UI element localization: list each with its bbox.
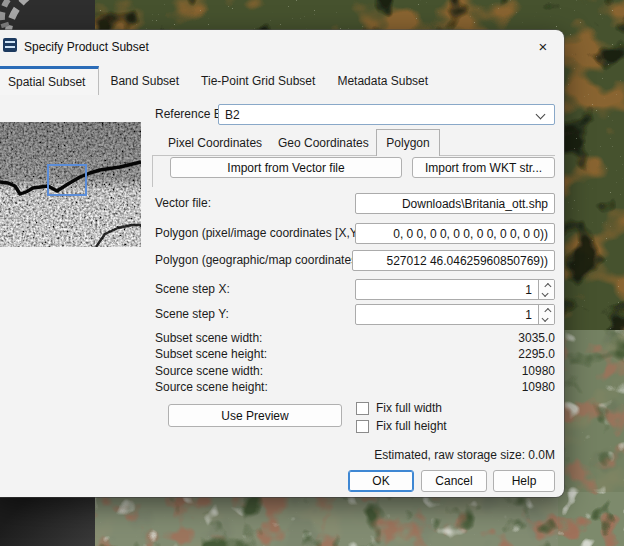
reference-band-select[interactable]: B2 xyxy=(218,104,555,125)
tab-band-subset-label: Band Subset xyxy=(110,74,179,88)
use-preview-button[interactable]: Use Preview xyxy=(168,404,342,427)
close-icon[interactable]: × xyxy=(532,36,554,56)
subset-scene-height-label: Subset scene height: xyxy=(155,346,267,362)
spinner-up-icon[interactable] xyxy=(544,282,551,289)
polygon-geo-value: 527012 46.04625960850769)) xyxy=(387,254,548,268)
ok-label: OK xyxy=(372,474,389,488)
fix-full-width-checkbox[interactable] xyxy=(356,402,369,415)
scene-step-y-input[interactable]: 1 xyxy=(355,304,555,325)
dialog-title: Specify Product Subset xyxy=(24,40,149,54)
scene-step-x-label: Scene step X: xyxy=(155,279,230,300)
tab-pixel-coordinates-label: Pixel Coordinates xyxy=(168,136,262,150)
subset-scene-width-value: 3035.0 xyxy=(518,330,555,346)
subset-scene-width-label: Subset scene width: xyxy=(155,330,262,346)
chevron-down-icon xyxy=(536,110,546,120)
snap-logo-icon xyxy=(3,38,17,52)
polygon-geo-input[interactable]: 527012 46.04625960850769)) xyxy=(352,250,555,271)
fix-full-height-label: Fix full height xyxy=(376,419,447,434)
fix-full-width-label: Fix full width xyxy=(376,401,442,416)
help-button[interactable]: Help xyxy=(493,470,555,492)
spatial-preview-thumbnail[interactable] xyxy=(0,122,141,247)
spinner-down-icon[interactable] xyxy=(542,289,549,296)
vector-file-value: Downloads\Britania_ott.shp xyxy=(402,197,548,211)
tab-panel-border xyxy=(152,155,555,156)
tab-spatial-subset[interactable]: Spatial Subset xyxy=(0,66,99,95)
scene-step-x-value: 1 xyxy=(525,283,532,297)
import-from-vector-file-button[interactable]: Import from Vector file xyxy=(170,157,402,178)
tab-geo-coordinates[interactable]: Geo Coordinates xyxy=(278,131,369,156)
use-preview-label: Use Preview xyxy=(221,409,288,423)
fix-full-height-checkbox[interactable] xyxy=(356,420,369,433)
screen: Specify Product Subset × Spatial Subset … xyxy=(0,0,624,546)
spinner-down-icon[interactable] xyxy=(542,314,549,321)
spinner-up-icon[interactable] xyxy=(544,307,551,314)
scene-step-x-spinner[interactable] xyxy=(538,280,554,299)
tab-spatial-subset-label: Spatial Subset xyxy=(8,75,85,89)
import-vector-label: Import from Vector file xyxy=(227,161,344,175)
vector-file-input[interactable]: Downloads\Britania_ott.shp xyxy=(355,193,555,214)
app-side-panel-top xyxy=(0,0,95,30)
source-scene-width-label: Source scene width: xyxy=(155,363,263,379)
dashed-arc-graphic xyxy=(0,0,95,30)
vector-file-label: Vector file: xyxy=(155,193,211,214)
tab-geo-coordinates-label: Geo Coordinates xyxy=(278,136,369,150)
help-label: Help xyxy=(512,474,537,488)
tab-polygon[interactable]: Polygon xyxy=(376,129,440,156)
storage-estimate-text: Estimated, raw storage size: 0.0M xyxy=(374,448,555,462)
reference-band-value: B2 xyxy=(225,108,240,122)
tab-panel-border-left xyxy=(152,155,153,187)
scene-step-x-input[interactable]: 1 xyxy=(355,279,555,300)
tab-metadata-subset[interactable]: Metadata Subset xyxy=(326,66,439,95)
import-wkt-label: Import from WKT str... xyxy=(425,161,542,175)
source-scene-height-label: Source scene height: xyxy=(155,379,268,395)
cancel-label: Cancel xyxy=(435,474,472,488)
cancel-button[interactable]: Cancel xyxy=(421,470,487,492)
scene-step-y-spinner[interactable] xyxy=(538,305,554,324)
specify-product-subset-dialog: Specify Product Subset × Spatial Subset … xyxy=(0,30,564,497)
tab-tie-point-grid-subset[interactable]: Tie-Point Grid Subset xyxy=(190,66,326,95)
subset-scene-height-value: 2295.0 xyxy=(518,346,555,362)
polygon-pixel-input[interactable]: 0, 0 0, 0 0, 0 0, 0 0, 0 0, 0 0)) xyxy=(355,223,555,244)
scene-step-y-value: 1 xyxy=(525,308,532,322)
tab-tie-point-grid-subset-label: Tie-Point Grid Subset xyxy=(201,74,315,88)
tab-band-subset[interactable]: Band Subset xyxy=(99,66,190,95)
scene-step-y-label: Scene step Y: xyxy=(155,304,229,325)
subset-tab-bar: Spatial Subset Band Subset Tie-Point Gri… xyxy=(0,66,439,95)
source-scene-height-value: 10980 xyxy=(522,379,555,395)
tab-metadata-subset-label: Metadata Subset xyxy=(337,74,428,88)
tab-polygon-label: Polygon xyxy=(386,136,429,150)
polygon-pixel-label: Polygon (pixel/image coordinates [X,Y]): xyxy=(155,223,368,244)
tab-pixel-coordinates[interactable]: Pixel Coordinates xyxy=(168,131,262,156)
polygon-pixel-value: 0, 0 0, 0 0, 0 0, 0 0, 0 0, 0 0)) xyxy=(393,227,548,241)
app-side-panel-bottom xyxy=(0,497,95,546)
source-scene-width-value: 10980 xyxy=(522,363,555,379)
ok-button[interactable]: OK xyxy=(348,470,414,492)
import-from-wkt-button[interactable]: Import from WKT str... xyxy=(412,157,555,178)
